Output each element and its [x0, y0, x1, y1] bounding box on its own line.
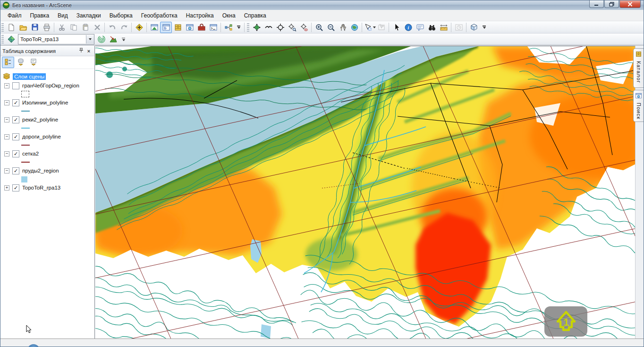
menu-file[interactable]: Файл	[3, 11, 26, 20]
list-by-visibility-button[interactable]	[27, 57, 40, 68]
steepest-path-icon	[109, 35, 118, 43]
redo-button[interactable]	[118, 22, 130, 33]
mouse-cursor	[25, 325, 33, 336]
select-elements-button[interactable]	[390, 22, 402, 33]
modelbuilder-button[interactable]	[222, 22, 234, 33]
minimize-button[interactable]	[589, 0, 604, 8]
zoom-out-button[interactable]	[325, 22, 337, 33]
layer-name[interactable]: гранЧебГорОкр_region	[22, 83, 79, 88]
list-by-drawing-order-button[interactable]	[2, 57, 14, 68]
expander-icon[interactable]: −	[4, 151, 9, 156]
layer-name[interactable]: пруды2_region	[22, 168, 59, 174]
layer-symbol[interactable]	[21, 128, 30, 129]
home-overlay-button[interactable]: 1	[544, 306, 587, 337]
find-button[interactable]	[426, 22, 438, 33]
zoom-in-button[interactable]	[313, 22, 325, 33]
python-window-icon	[209, 23, 218, 32]
layer-checkbox[interactable]: ✓	[12, 184, 19, 191]
print-button[interactable]	[41, 22, 52, 33]
fly-button[interactable]	[263, 22, 274, 33]
tab-catalog[interactable]: Каталог	[633, 48, 644, 88]
menu-help[interactable]: Справка	[240, 11, 271, 20]
pin-button[interactable]	[77, 47, 85, 54]
menu-selection[interactable]: Выборка	[105, 11, 137, 20]
set-observer-button[interactable]	[298, 22, 310, 33]
toolbar-grip[interactable]	[1, 23, 4, 32]
expander-icon[interactable]: −	[4, 100, 9, 105]
layer-name[interactable]: реки2_polyline	[22, 117, 58, 122]
layer-name[interactable]: Изолинии_polyline	[22, 100, 68, 105]
new-document-button[interactable]	[5, 22, 17, 33]
layer-symbol[interactable]	[21, 176, 27, 182]
animation-button[interactable]	[453, 22, 465, 33]
toolbar-overflow-button[interactable]	[235, 25, 242, 30]
toolbar-overflow-button[interactable]	[481, 25, 487, 30]
menu-geoprocessing[interactable]: Геообработка	[137, 11, 182, 20]
navigate-button[interactable]	[251, 22, 263, 33]
python-window-button[interactable]	[207, 22, 219, 33]
toolbar-grip[interactable]	[247, 23, 249, 32]
search-window-button[interactable]	[184, 22, 195, 33]
copy-button[interactable]	[68, 22, 79, 33]
html-popup-button[interactable]	[414, 22, 426, 33]
analyst-layer-dropdown[interactable]: TopoToR_rpa13	[18, 34, 94, 44]
toolbar-grip[interactable]	[1, 35, 4, 43]
menu-windows[interactable]: Окна	[218, 11, 240, 20]
expander-icon[interactable]: −	[4, 83, 9, 88]
layer-checkbox[interactable]	[12, 82, 19, 89]
select-features-button[interactable]	[375, 22, 387, 33]
scene-window-button[interactable]	[148, 22, 160, 33]
dropdown-button[interactable]	[86, 35, 94, 43]
table-of-contents-button[interactable]	[160, 22, 172, 33]
full-extent-button[interactable]	[348, 22, 360, 33]
scene-layers-label[interactable]: Слои сцены	[13, 73, 46, 80]
pan-button[interactable]	[337, 22, 348, 33]
layer-checkbox[interactable]: ✓	[12, 116, 19, 123]
scene-layers-root[interactable]: Слои сцены	[0, 72, 94, 81]
cut-button[interactable]	[56, 22, 68, 33]
layer-name[interactable]: сетка2	[22, 151, 39, 156]
zoom-to-target-button[interactable]	[286, 22, 298, 33]
layer-symbol[interactable]	[21, 162, 30, 163]
layer-symbol[interactable]	[21, 145, 30, 146]
steepest-path-button[interactable]	[107, 34, 119, 45]
center-on-target-button[interactable]	[274, 22, 286, 33]
toolbar-overflow-button[interactable]	[120, 37, 127, 42]
open-button[interactable]	[17, 22, 29, 33]
menu-edit[interactable]: Правка	[26, 11, 54, 20]
layer-checkbox[interactable]: ✓	[12, 150, 19, 157]
measure-button[interactable]	[438, 22, 449, 33]
add-data-button[interactable]	[133, 22, 145, 33]
expander-icon[interactable]: +	[4, 185, 9, 191]
layer-name[interactable]: TopoToR_rpa13	[22, 185, 60, 191]
arctoolbox-button[interactable]	[195, 22, 207, 33]
analyst-cube-button[interactable]	[468, 22, 480, 33]
tab-search[interactable]: Поиск	[633, 90, 644, 122]
pin-icon	[79, 48, 84, 54]
expander-icon[interactable]: −	[4, 117, 9, 122]
layer-checkbox[interactable]: ✓	[12, 167, 19, 174]
layer-checkbox[interactable]: ✓	[12, 133, 19, 140]
layer-name[interactable]: дороги_polyline	[22, 134, 61, 139]
scene-viewport[interactable]: 1	[95, 46, 636, 340]
select-graphics-button[interactable]	[364, 22, 375, 33]
identify-button[interactable]: i	[402, 22, 414, 33]
catalog-window-button[interactable]	[172, 22, 184, 33]
create-contour-button[interactable]	[95, 34, 107, 45]
menu-customize[interactable]: Настройка	[182, 11, 218, 20]
list-by-source-button[interactable]	[15, 57, 27, 68]
paste-button[interactable]	[79, 22, 91, 33]
save-button[interactable]	[29, 22, 41, 33]
undo-button[interactable]	[106, 22, 118, 33]
expander-icon[interactable]: −	[4, 168, 9, 174]
layer-symbol[interactable]	[21, 91, 29, 97]
expander-icon[interactable]: −	[4, 134, 9, 139]
close-button[interactable]	[619, 0, 641, 8]
menu-view[interactable]: Вид	[53, 11, 72, 20]
menu-bookmarks[interactable]: Закладки	[72, 11, 105, 20]
delete-button[interactable]	[91, 22, 103, 33]
layer-symbol[interactable]	[21, 111, 30, 112]
close-panel-button[interactable]: ×	[85, 47, 93, 54]
restore-button[interactable]	[604, 0, 619, 8]
layer-checkbox[interactable]: ✓	[12, 99, 19, 106]
